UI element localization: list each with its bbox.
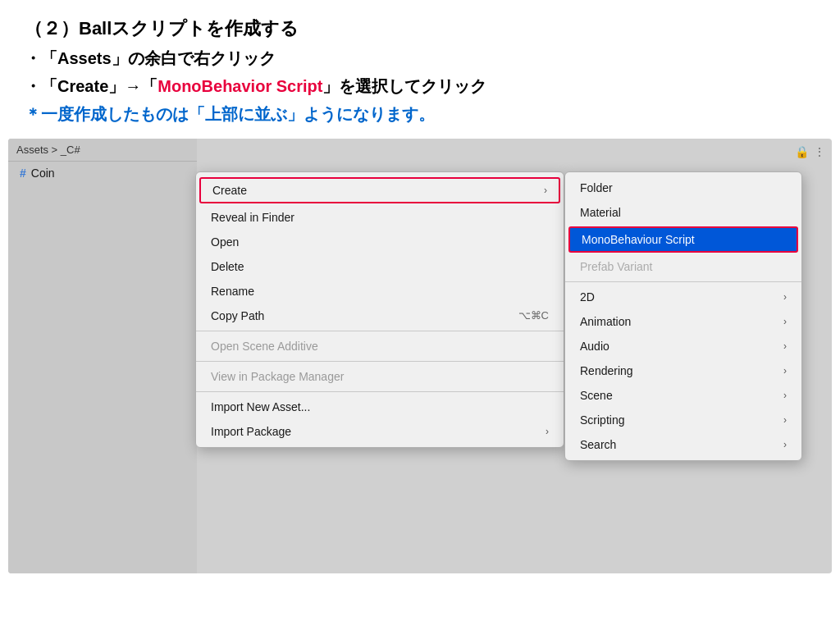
menu-item-folder[interactable]: Folder — [565, 176, 801, 200]
menu-item-delete[interactable]: Delete — [196, 254, 564, 279]
2d-arrow-icon: › — [783, 291, 787, 303]
menu-item-create-label: Create — [212, 184, 247, 197]
menu-item-import-asset[interactable]: Import New Asset... — [196, 395, 564, 419]
menu-item-open-label: Open — [211, 235, 239, 249]
scene-arrow-icon: › — [783, 390, 787, 401]
right-menu-separator-1 — [565, 281, 801, 282]
menu-item-copy-path[interactable]: Copy Path ⌥⌘C — [196, 304, 564, 328]
menu-item-rendering-label: Rendering — [580, 364, 633, 377]
instruction-bullet2: ・「Create」→「MonoBehavior Script」を選択してクリック — [25, 75, 815, 98]
menu-item-folder-label: Folder — [580, 181, 613, 194]
search-arrow-icon: › — [783, 439, 787, 450]
audio-arrow-icon: › — [783, 340, 787, 352]
menu-item-prefab-label: Prefab Variant — [580, 260, 652, 273]
menu-separator-3 — [196, 391, 564, 392]
menu-item-rename-label: Rename — [211, 285, 254, 298]
menu-item-reveal[interactable]: Reveal in Finder — [196, 205, 564, 230]
menu-item-2d[interactable]: 2D › — [565, 285, 801, 309]
menu-item-open[interactable]: Open — [196, 230, 564, 254]
menu-item-import-package-label: Import Package — [211, 425, 291, 438]
menu-item-scene[interactable]: Scene › — [565, 383, 801, 408]
menu-item-scene-label: Scene — [580, 389, 613, 402]
menu-item-rendering[interactable]: Rendering › — [565, 358, 801, 383]
instruction-note: ＊一度作成したものは「上部に並ぶ」ようになります。 — [25, 103, 815, 126]
assets-breadcrumb: Assets > _C# — [8, 139, 197, 162]
create-arrow-icon: › — [544, 185, 547, 196]
instructions-area: （２）Ballスクリプトを作成する ・「Assets」の余白で右クリック ・「C… — [0, 0, 840, 139]
menu-item-audio-label: Audio — [580, 340, 609, 353]
menu-item-view-package-label: View in Package Manager — [211, 370, 344, 383]
import-package-arrow-icon: › — [546, 426, 549, 437]
menu-item-animation-label: Animation — [580, 315, 631, 328]
menu-item-search[interactable]: Search › — [565, 432, 801, 457]
instruction-bullet1: ・「Assets」の余白で右クリック — [25, 47, 815, 70]
instruction-line1: （２）Ballスクリプトを作成する — [25, 16, 815, 42]
dots-icon: ⋮ — [814, 145, 825, 158]
top-icons: 🔒 ⋮ — [795, 145, 825, 158]
screenshot-area: Assets > _C# # Coin 🔒 ⋮ Create › Reveal … — [8, 139, 832, 573]
menu-item-scripting-label: Scripting — [580, 413, 624, 427]
animation-arrow-icon: › — [783, 316, 787, 327]
menu-item-audio[interactable]: Audio › — [565, 334, 801, 358]
context-menu-left: Create › Reveal in Finder Open Delete Re… — [195, 171, 564, 448]
hash-icon: # — [20, 167, 26, 180]
assets-coin-item[interactable]: # Coin — [8, 162, 197, 185]
menu-item-animation[interactable]: Animation › — [565, 309, 801, 334]
assets-panel: Assets > _C# # Coin — [8, 139, 197, 573]
scripting-arrow-icon: › — [783, 414, 787, 426]
lock-icon: 🔒 — [795, 145, 809, 158]
bullet2-prefix: ・「Create」→「 — [25, 77, 158, 95]
menu-item-open-scene-label: Open Scene Additive — [211, 340, 318, 353]
rendering-arrow-icon: › — [783, 365, 787, 377]
menu-item-copy-path-label: Copy Path — [211, 309, 264, 322]
menu-separator-2 — [196, 361, 564, 362]
copy-path-shortcut: ⌥⌘C — [518, 309, 549, 322]
menu-item-monobehaviour-label: MonoBehaviour Script — [582, 233, 695, 246]
menu-item-open-scene: Open Scene Additive — [196, 334, 564, 358]
menu-item-view-package: View in Package Manager — [196, 364, 564, 389]
menu-item-monobehaviour[interactable]: MonoBehaviour Script — [568, 226, 798, 253]
bullet2-highlight: MonoBehavior Script — [158, 77, 322, 95]
menu-item-2d-label: 2D — [580, 290, 595, 304]
menu-item-delete-label: Delete — [211, 260, 244, 273]
assets-item-label: Coin — [31, 167, 55, 180]
menu-item-reveal-label: Reveal in Finder — [211, 211, 294, 224]
menu-item-scripting[interactable]: Scripting › — [565, 408, 801, 432]
menu-item-search-label: Search — [580, 438, 616, 451]
menu-item-import-package[interactable]: Import Package › — [196, 419, 564, 444]
context-menu-right: Folder Material MonoBehaviour Script Pre… — [564, 171, 802, 461]
menu-item-material[interactable]: Material — [565, 200, 801, 225]
menu-item-material-label: Material — [580, 206, 621, 219]
menu-item-prefab: Prefab Variant — [565, 254, 801, 279]
menu-separator-1 — [196, 331, 564, 331]
menu-item-rename[interactable]: Rename — [196, 279, 564, 304]
menu-item-create[interactable]: Create › — [199, 177, 560, 203]
bullet2-suffix: 」を選択してクリック — [322, 77, 486, 95]
menu-item-import-asset-label: Import New Asset... — [211, 400, 310, 413]
